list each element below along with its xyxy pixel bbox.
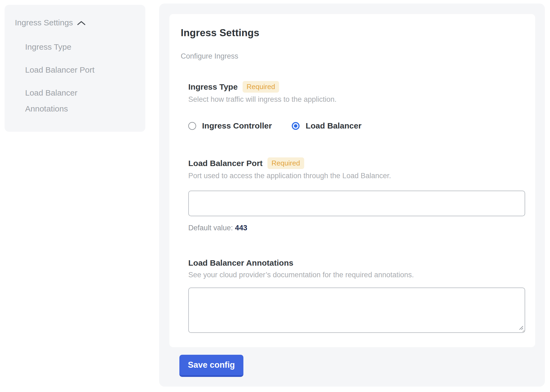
sidebar-group-ingress-settings[interactable]: Ingress Settings <box>15 17 135 29</box>
sidebar-group-label: Ingress Settings <box>15 17 73 29</box>
required-badge: Required <box>243 81 279 93</box>
save-config-button[interactable]: Save config <box>179 355 243 377</box>
lb-annotations-label: Load Balancer Annotations <box>188 258 293 268</box>
radio-circle-icon[interactable] <box>188 122 196 130</box>
lb-annotations-description: See your cloud provider’s documentation … <box>188 270 525 279</box>
default-value: 443 <box>235 224 247 232</box>
radio-label: Load Balancer <box>306 121 361 130</box>
lb-port-label: Load Balancer Port <box>188 158 263 168</box>
required-badge: Required <box>267 157 304 169</box>
default-label: Default value: <box>188 224 233 232</box>
page-title: Ingress Settings <box>181 27 525 39</box>
ingress-settings-card: Ingress Settings Configure Ingress Ingre… <box>169 14 535 347</box>
section-ingress-type: Ingress Type Required Select how traffic… <box>188 81 525 130</box>
ingress-type-label: Ingress Type <box>188 82 238 92</box>
section-load-balancer-port: Load Balancer Port Required Port used to… <box>188 157 525 232</box>
page-subtitle: Configure Ingress <box>181 52 525 60</box>
lb-port-default-line: Default value:443 <box>188 223 525 232</box>
lb-port-input[interactable] <box>188 191 525 216</box>
radio-circle-icon[interactable] <box>292 122 300 130</box>
sidebar-item-ingress-type[interactable]: Ingress Type <box>25 39 114 55</box>
radio-label: Ingress Controller <box>202 121 272 130</box>
radio-load-balancer[interactable]: Load Balancer <box>292 121 361 130</box>
lb-annotations-textarea[interactable] <box>188 288 525 333</box>
chevron-up-icon <box>77 19 86 26</box>
lb-annotations-textarea-wrap <box>188 288 525 333</box>
section-load-balancer-annotations: Load Balancer Annotations See your cloud… <box>188 258 525 333</box>
sidebar-nav: Ingress Type Load Balancer Port Load Bal… <box>25 39 135 117</box>
lb-port-description: Port used to access the application thro… <box>188 171 525 180</box>
settings-sidebar: Ingress Settings Ingress Type Load Balan… <box>5 5 145 132</box>
sidebar-item-load-balancer-port[interactable]: Load Balancer Port <box>25 62 114 78</box>
ingress-type-radio-group: Ingress Controller Load Balancer <box>188 121 525 130</box>
radio-ingress-controller[interactable]: Ingress Controller <box>188 121 272 130</box>
ingress-type-description: Select how traffic will ingress to the a… <box>188 95 525 104</box>
sidebar-item-load-balancer-annotations[interactable]: Load Balancer Annotations <box>25 85 114 117</box>
main-panel: Ingress Settings Configure Ingress Ingre… <box>159 4 545 387</box>
